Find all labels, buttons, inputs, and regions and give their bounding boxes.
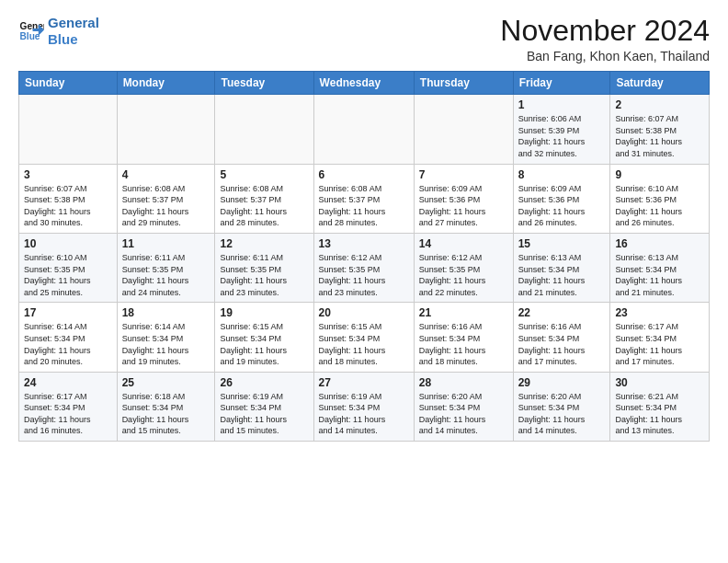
- cell-info: Sunrise: 6:15 AM Sunset: 5:34 PM Dayligh…: [220, 321, 308, 367]
- calendar-cell: [215, 95, 313, 164]
- calendar-cell: 5Sunrise: 6:08 AM Sunset: 5:37 PM Daylig…: [215, 164, 313, 233]
- day-number: 19: [220, 306, 308, 319]
- cell-info: Sunrise: 6:11 AM Sunset: 5:35 PM Dayligh…: [122, 252, 210, 298]
- day-number: 3: [24, 168, 112, 181]
- cell-info: Sunrise: 6:11 AM Sunset: 5:35 PM Dayligh…: [220, 252, 308, 298]
- logo-icon: General Blue: [18, 18, 44, 44]
- calendar-week-1: 1Sunrise: 6:06 AM Sunset: 5:39 PM Daylig…: [19, 95, 710, 164]
- day-number: 25: [122, 376, 210, 389]
- page: General Blue General Blue November 2024 …: [0, 0, 728, 563]
- svg-text:Blue: Blue: [20, 31, 40, 41]
- calendar-cell: 19Sunrise: 6:15 AM Sunset: 5:34 PM Dayli…: [215, 303, 313, 372]
- day-number: 5: [220, 168, 308, 181]
- calendar-cell: [19, 95, 118, 164]
- logo: General Blue General Blue: [18, 15, 99, 48]
- day-number: 13: [319, 237, 409, 250]
- calendar-cell: 6Sunrise: 6:08 AM Sunset: 5:37 PM Daylig…: [313, 164, 414, 233]
- cell-info: Sunrise: 6:19 AM Sunset: 5:34 PM Dayligh…: [220, 391, 308, 437]
- cell-info: Sunrise: 6:06 AM Sunset: 5:39 PM Dayligh…: [518, 113, 606, 159]
- calendar-cell: 15Sunrise: 6:13 AM Sunset: 5:34 PM Dayli…: [513, 233, 610, 302]
- cell-info: Sunrise: 6:21 AM Sunset: 5:34 PM Dayligh…: [615, 391, 704, 437]
- col-header-sunday: Sunday: [19, 72, 118, 95]
- day-number: 7: [419, 168, 508, 181]
- cell-info: Sunrise: 6:10 AM Sunset: 5:36 PM Dayligh…: [615, 183, 704, 229]
- cell-info: Sunrise: 6:20 AM Sunset: 5:34 PM Dayligh…: [419, 391, 508, 437]
- cell-info: Sunrise: 6:13 AM Sunset: 5:34 PM Dayligh…: [518, 252, 606, 298]
- col-header-monday: Monday: [117, 72, 215, 95]
- calendar-cell: 21Sunrise: 6:16 AM Sunset: 5:34 PM Dayli…: [414, 303, 513, 372]
- logo-line2: Blue: [48, 31, 78, 47]
- day-number: 26: [220, 376, 308, 389]
- calendar-cell: 18Sunrise: 6:14 AM Sunset: 5:34 PM Dayli…: [117, 303, 215, 372]
- cell-info: Sunrise: 6:08 AM Sunset: 5:37 PM Dayligh…: [220, 183, 308, 229]
- cell-info: Sunrise: 6:19 AM Sunset: 5:34 PM Dayligh…: [319, 391, 409, 437]
- day-number: 30: [615, 376, 704, 389]
- logo-line1: General: [48, 15, 99, 30]
- calendar-cell: 24Sunrise: 6:17 AM Sunset: 5:34 PM Dayli…: [19, 372, 118, 441]
- calendar-cell: [117, 95, 215, 164]
- calendar-cell: 16Sunrise: 6:13 AM Sunset: 5:34 PM Dayli…: [610, 233, 710, 302]
- col-header-friday: Friday: [513, 72, 610, 95]
- cell-info: Sunrise: 6:15 AM Sunset: 5:34 PM Dayligh…: [319, 321, 409, 367]
- calendar-cell: 9Sunrise: 6:10 AM Sunset: 5:36 PM Daylig…: [610, 164, 710, 233]
- calendar-cell: 14Sunrise: 6:12 AM Sunset: 5:35 PM Dayli…: [414, 233, 513, 302]
- month-title: November 2024: [500, 15, 710, 47]
- day-number: 10: [24, 237, 112, 250]
- cell-info: Sunrise: 6:14 AM Sunset: 5:34 PM Dayligh…: [24, 321, 112, 367]
- day-number: 1: [518, 98, 606, 111]
- day-number: 16: [615, 237, 704, 250]
- day-number: 9: [615, 168, 704, 181]
- day-number: 2: [615, 98, 704, 111]
- calendar-cell: 26Sunrise: 6:19 AM Sunset: 5:34 PM Dayli…: [215, 372, 313, 441]
- calendar-cell: 23Sunrise: 6:17 AM Sunset: 5:34 PM Dayli…: [610, 303, 710, 372]
- calendar-cell: 3Sunrise: 6:07 AM Sunset: 5:38 PM Daylig…: [19, 164, 118, 233]
- col-header-saturday: Saturday: [610, 72, 710, 95]
- day-number: 22: [518, 306, 606, 319]
- calendar-week-2: 3Sunrise: 6:07 AM Sunset: 5:38 PM Daylig…: [19, 164, 710, 233]
- calendar-cell: 17Sunrise: 6:14 AM Sunset: 5:34 PM Dayli…: [19, 303, 118, 372]
- calendar-cell: 8Sunrise: 6:09 AM Sunset: 5:36 PM Daylig…: [513, 164, 610, 233]
- calendar-header-row: SundayMondayTuesdayWednesdayThursdayFrid…: [19, 72, 710, 95]
- calendar-week-3: 10Sunrise: 6:10 AM Sunset: 5:35 PM Dayli…: [19, 233, 710, 302]
- day-number: 11: [122, 237, 210, 250]
- cell-info: Sunrise: 6:17 AM Sunset: 5:34 PM Dayligh…: [615, 321, 704, 367]
- location: Ban Fang, Khon Kaen, Thailand: [500, 49, 710, 63]
- cell-info: Sunrise: 6:08 AM Sunset: 5:37 PM Dayligh…: [319, 183, 409, 229]
- calendar-cell: 28Sunrise: 6:20 AM Sunset: 5:34 PM Dayli…: [414, 372, 513, 441]
- calendar-cell: 7Sunrise: 6:09 AM Sunset: 5:36 PM Daylig…: [414, 164, 513, 233]
- calendar-cell: 22Sunrise: 6:16 AM Sunset: 5:34 PM Dayli…: [513, 303, 610, 372]
- cell-info: Sunrise: 6:20 AM Sunset: 5:34 PM Dayligh…: [518, 391, 606, 437]
- calendar-cell: 2Sunrise: 6:07 AM Sunset: 5:38 PM Daylig…: [610, 95, 710, 164]
- calendar-cell: 27Sunrise: 6:19 AM Sunset: 5:34 PM Dayli…: [313, 372, 414, 441]
- cell-info: Sunrise: 6:12 AM Sunset: 5:35 PM Dayligh…: [319, 252, 409, 298]
- day-number: 27: [319, 376, 409, 389]
- cell-info: Sunrise: 6:09 AM Sunset: 5:36 PM Dayligh…: [518, 183, 606, 229]
- day-number: 12: [220, 237, 308, 250]
- calendar-cell: 11Sunrise: 6:11 AM Sunset: 5:35 PM Dayli…: [117, 233, 215, 302]
- day-number: 23: [615, 306, 704, 319]
- day-number: 24: [24, 376, 112, 389]
- cell-info: Sunrise: 6:08 AM Sunset: 5:37 PM Dayligh…: [122, 183, 210, 229]
- cell-info: Sunrise: 6:07 AM Sunset: 5:38 PM Dayligh…: [24, 183, 112, 229]
- day-number: 14: [419, 237, 508, 250]
- cell-info: Sunrise: 6:12 AM Sunset: 5:35 PM Dayligh…: [419, 252, 508, 298]
- cell-info: Sunrise: 6:17 AM Sunset: 5:34 PM Dayligh…: [24, 391, 112, 437]
- calendar-cell: 10Sunrise: 6:10 AM Sunset: 5:35 PM Dayli…: [19, 233, 118, 302]
- calendar: SundayMondayTuesdayWednesdayThursdayFrid…: [18, 71, 710, 442]
- cell-info: Sunrise: 6:18 AM Sunset: 5:34 PM Dayligh…: [122, 391, 210, 437]
- col-header-wednesday: Wednesday: [313, 72, 414, 95]
- calendar-week-4: 17Sunrise: 6:14 AM Sunset: 5:34 PM Dayli…: [19, 303, 710, 372]
- cell-info: Sunrise: 6:16 AM Sunset: 5:34 PM Dayligh…: [518, 321, 606, 367]
- logo-text: General Blue: [48, 15, 99, 48]
- day-number: 4: [122, 168, 210, 181]
- header: General Blue General Blue November 2024 …: [18, 15, 710, 63]
- calendar-cell: [414, 95, 513, 164]
- col-header-thursday: Thursday: [414, 72, 513, 95]
- title-block: November 2024 Ban Fang, Khon Kaen, Thail…: [500, 15, 710, 63]
- day-number: 21: [419, 306, 508, 319]
- day-number: 20: [319, 306, 409, 319]
- calendar-cell: 1Sunrise: 6:06 AM Sunset: 5:39 PM Daylig…: [513, 95, 610, 164]
- calendar-cell: 30Sunrise: 6:21 AM Sunset: 5:34 PM Dayli…: [610, 372, 710, 441]
- calendar-cell: 12Sunrise: 6:11 AM Sunset: 5:35 PM Dayli…: [215, 233, 313, 302]
- day-number: 29: [518, 376, 606, 389]
